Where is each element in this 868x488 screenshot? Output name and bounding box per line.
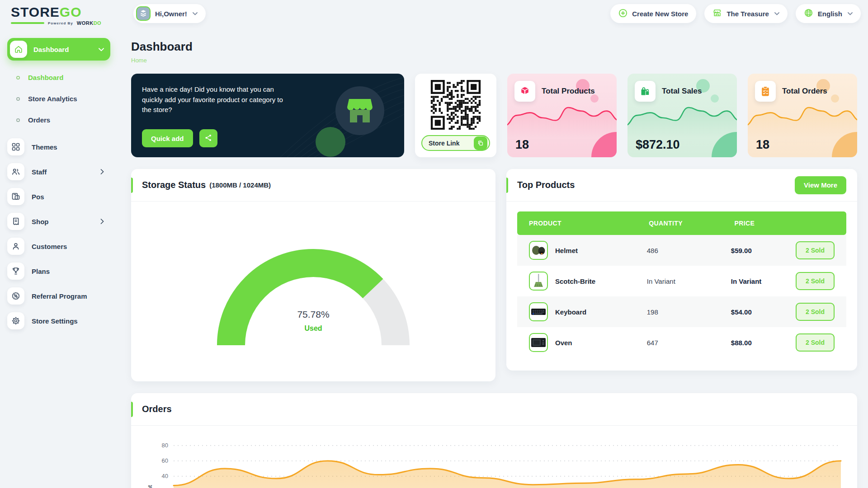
sidebar-item-label: Store Settings	[32, 317, 78, 325]
chevron-down-icon	[774, 12, 779, 15]
top-products-card: Top Products View More PRODUCT QUANTITY …	[506, 169, 857, 371]
orders-title: Orders	[142, 404, 172, 414]
sidebar-group-label: Dashboard	[33, 46, 99, 53]
storefront-icon	[712, 8, 722, 19]
stat-card-total-sales: Total Sales $872.10	[627, 74, 737, 157]
share-icon	[204, 134, 212, 143]
sidebar-item-label: Orders	[28, 116, 50, 124]
decor-blob	[316, 127, 345, 157]
sidebar-item-label: Store Analytics	[28, 95, 77, 103]
product-price: In Variant	[731, 277, 796, 285]
sold-badge[interactable]: 2 Sold	[796, 272, 835, 290]
sidebar-item-referral-program[interactable]: Referral Program	[7, 287, 110, 305]
workdo-brand: WORKDO	[77, 20, 101, 26]
main-content: Dashboard Home Have a nice day! Did you …	[131, 40, 857, 488]
sidebar: Dashboard Dashboard Store Analytics Orde…	[7, 38, 110, 329]
sidebar-item-label: Dashboard	[28, 74, 63, 81]
home-icon	[10, 41, 27, 58]
avatar	[136, 6, 151, 21]
stat-value: 18	[756, 138, 769, 152]
storefront-illustration-icon	[345, 97, 374, 124]
sidebar-item-dashboard[interactable]: Dashboard	[7, 67, 110, 88]
topbar: STOREGO Powered By WORKDO Hi,Owner! Crea…	[0, 0, 868, 29]
customer-icon	[7, 238, 24, 255]
sold-badge[interactable]: 2 Sold	[796, 303, 835, 321]
product-thumbnail	[529, 272, 548, 291]
sidebar-item-shop[interactable]: Shop	[7, 213, 110, 230]
sidebar-item-label: Pos	[32, 193, 44, 201]
qr-card: Store Link	[415, 74, 496, 157]
top-products-title: Top Products	[517, 180, 575, 190]
logo-underline	[11, 22, 44, 24]
storego-logo: STOREGO Powered By WORKDO	[11, 5, 101, 26]
product-price: $54.00	[731, 308, 796, 316]
badge-percent-icon	[7, 287, 24, 305]
stat-label: Total Orders	[782, 87, 827, 96]
table-row-keyboard: Keyboard 198 $54.00 2 Sold	[517, 296, 846, 327]
stat-card-total-products: Total Products 18	[507, 74, 617, 157]
sparkline-chart	[748, 102, 857, 138]
store-qr-code	[428, 80, 483, 130]
chevron-down-icon	[848, 12, 853, 15]
breadcrumb-home-link[interactable]: Home	[131, 57, 147, 64]
language-dropdown[interactable]: English	[796, 4, 861, 23]
share-button[interactable]	[199, 129, 217, 147]
orders-area-chart: 806040Amount	[142, 428, 846, 488]
sidebar-item-staff[interactable]: Staff	[7, 163, 110, 180]
sidebar-item-customers[interactable]: Customers	[7, 238, 110, 255]
store-link-button[interactable]: Store Link	[421, 135, 490, 151]
stat-value: $872.10	[636, 138, 680, 152]
product-thumbnail	[529, 333, 548, 352]
table-row-helmet: Helmet 486 $59.00 2 Sold	[517, 235, 846, 266]
banner-message: Have a nice day! Did you know that you c…	[142, 84, 287, 115]
globe-icon	[804, 8, 813, 19]
column-header-price: PRICE	[734, 220, 800, 227]
sidebar-item-pos[interactable]: Pos	[7, 188, 110, 205]
welcome-banner: Have a nice day! Did you know that you c…	[131, 74, 404, 157]
table-header-row: PRODUCT QUANTITY PRICE	[517, 211, 846, 235]
bullet-icon	[16, 118, 20, 122]
gauge-percent-label: 75.78%	[200, 309, 426, 320]
pos-icon	[7, 188, 24, 205]
create-new-store-button[interactable]: Create New Store	[610, 4, 696, 23]
product-price: $88.00	[731, 339, 796, 347]
stat-label: Total Products	[542, 87, 595, 96]
copy-icon[interactable]	[474, 136, 487, 150]
oven-image	[531, 337, 546, 348]
sidebar-item-label: Staff	[32, 168, 47, 176]
sidebar-item-orders[interactable]: Orders	[7, 109, 110, 131]
svg-text:80: 80	[162, 442, 168, 449]
keyboard-image	[531, 306, 546, 317]
quick-add-button[interactable]: Quick add	[142, 129, 193, 147]
storage-status-title: Storage Status	[142, 180, 206, 190]
view-more-button[interactable]: View More	[795, 176, 846, 194]
sidebar-item-store-settings[interactable]: Store Settings	[7, 312, 110, 329]
sold-badge[interactable]: 2 Sold	[796, 241, 835, 259]
product-name: Scotch-Brite	[555, 277, 595, 285]
user-greeting-dropdown[interactable]: Hi,Owner!	[133, 4, 206, 23]
clipboard-icon	[755, 81, 776, 102]
sidebar-item-themes[interactable]: Themes	[7, 138, 110, 155]
powered-by-label: Powered By	[48, 21, 73, 25]
product-thumbnail	[529, 241, 548, 260]
product-name: Keyboard	[555, 308, 586, 316]
sidebar-item-plans[interactable]: Plans	[7, 263, 110, 280]
section-accent-bar	[131, 402, 133, 417]
orders-chart-card: Orders 806040Amount	[131, 393, 857, 488]
table-row-oven: Oven 647 $88.00 2 Sold	[517, 327, 846, 358]
sidebar-item-store-analytics[interactable]: Store Analytics	[7, 88, 110, 109]
store-link-label: Store Link	[429, 140, 459, 147]
sidebar-group-dashboard[interactable]: Dashboard	[7, 38, 110, 61]
stat-card-total-orders: Total Orders 18	[748, 74, 857, 157]
chevron-down-icon	[99, 45, 104, 53]
create-new-store-label: Create New Store	[632, 10, 688, 18]
sold-badge[interactable]: 2 Sold	[796, 333, 835, 352]
svg-text:60: 60	[162, 457, 168, 464]
trophy-icon	[7, 263, 24, 280]
gauge-used-label: Used	[200, 324, 426, 333]
gauge-chart	[200, 231, 426, 358]
store-selector-dropdown[interactable]: The Treasure	[704, 4, 787, 23]
sidebar-item-label: Shop	[32, 218, 49, 225]
storage-gauge: 75.78% Used	[200, 231, 426, 358]
gear-icon	[7, 312, 24, 329]
